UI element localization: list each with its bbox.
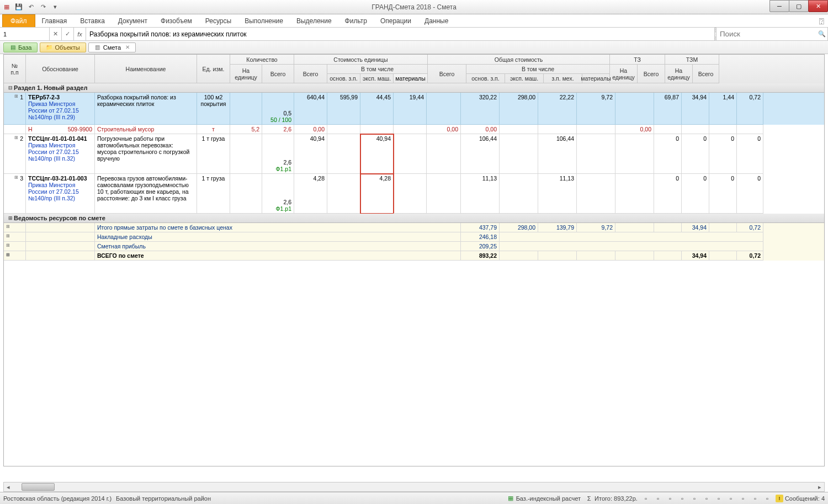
col-unit[interactable]: Ед. изм. <box>197 55 230 83</box>
undo-icon[interactable]: ↶ <box>26 3 35 12</box>
help-icon[interactable]: ⍰ <box>819 14 824 27</box>
col-cost-unit[interactable]: Стоимость единицы <box>294 55 428 65</box>
col-tz-t[interactable]: Всего <box>638 65 665 83</box>
expand-icon[interactable]: ⊞ <box>8 215 13 221</box>
tool-icon[interactable]: ▫ <box>678 495 686 502</box>
redo-icon[interactable]: ↷ <box>39 3 47 12</box>
ribbon-tab[interactable]: Операции <box>374 14 418 27</box>
tool-icon[interactable]: ▫ <box>751 495 759 502</box>
col-incl2[interactable]: В том числе <box>466 65 610 74</box>
search-icon[interactable]: 🔍 <box>816 28 828 40</box>
ribbon-tab[interactable]: Фильтр <box>338 14 374 27</box>
search-input[interactable] <box>716 28 816 40</box>
total-row[interactable]: ⊞ ВСЕГО по смете 893,22 34,94 0,72 <box>4 251 824 261</box>
table-row[interactable]: ⊞3 ТССЦпг-03-21-01-003Приказ Минстроя Ро… <box>4 174 824 214</box>
section-header[interactable]: ⊞ Ведомость ресурсов по смете <box>4 214 824 223</box>
cell <box>230 93 262 125</box>
col-qty-unit[interactable]: На единицу <box>230 65 262 83</box>
tool-icon[interactable]: ▫ <box>642 495 650 502</box>
tool-icon[interactable]: ▫ <box>727 495 735 502</box>
scroll-thumb[interactable] <box>22 483 55 491</box>
cell <box>230 174 262 214</box>
cell: ⊞ <box>4 251 26 261</box>
col-name[interactable]: Наименование <box>95 55 197 83</box>
col-ct-zpmex[interactable]: з.п. мех. <box>544 74 582 83</box>
tab-objects[interactable]: 📁 Объекты <box>40 43 86 52</box>
close-icon[interactable]: ✕ <box>125 44 130 50</box>
ribbon-tab[interactable]: Физобъем <box>154 14 199 27</box>
close-button[interactable]: ✕ <box>808 0 828 12</box>
minimize-button[interactable]: ─ <box>769 0 789 12</box>
table-row[interactable]: Н509-9900 Строительный мусор т 5,2 2,6 0… <box>4 125 824 134</box>
app-icon: ▦ <box>2 3 11 12</box>
tool-icon[interactable]: ▫ <box>691 495 698 502</box>
col-cu-mat[interactable]: материалы <box>394 74 428 83</box>
col-npp[interactable]: № п.п <box>4 55 26 83</box>
col-ct-eksp[interactable]: эксп. маш. <box>505 74 544 83</box>
col-cost-total[interactable]: Общая стоимость <box>428 55 610 65</box>
horizontal-scrollbar[interactable]: ◂ ▸ <box>3 482 825 492</box>
table-row[interactable]: ⊞1 ТЕРр57-2-3Приказ Минстроя России от 2… <box>4 93 824 125</box>
summary-row[interactable]: ⊞ Сметная прибыль 209,25 <box>4 242 824 251</box>
table-row[interactable]: ⊞2 ТССЦпг-01-01-01-041Приказ Минстроя Ро… <box>4 134 824 174</box>
col-ct-total[interactable]: Всего <box>428 65 466 83</box>
tab-smeta[interactable]: ▥ Смета ✕ <box>88 43 136 52</box>
col-tzm-u[interactable]: На единицу <box>665 65 693 83</box>
col-obos[interactable]: Обоснование <box>26 55 95 83</box>
ribbon-tab[interactable]: Выделение <box>290 14 338 27</box>
col-qty[interactable]: Количество <box>230 55 294 65</box>
file-tab[interactable]: Файл <box>2 14 35 27</box>
cell: 44,45 <box>360 93 394 125</box>
formula-accept-icon[interactable]: ✓ <box>62 28 74 40</box>
tool-icon[interactable]: ▫ <box>739 495 747 502</box>
col-incl[interactable]: В том числе <box>327 65 428 74</box>
col-tzm[interactable]: ТЗМ <box>665 55 719 65</box>
col-ct-mat[interactable]: материалы <box>582 74 610 83</box>
cell <box>577 125 615 134</box>
status-messages[interactable]: ! Сообщений: 4 <box>776 495 825 502</box>
col-qty-total[interactable]: Всего <box>262 65 294 83</box>
collapse-icon[interactable]: ⊟ <box>8 85 13 91</box>
qa-more-icon[interactable]: ▾ <box>51 3 60 12</box>
ribbon-tab[interactable]: Выполнение <box>238 14 290 27</box>
tool-icon[interactable]: ▫ <box>715 495 723 502</box>
col-ct-osn[interactable]: основ. з.п. <box>466 74 505 83</box>
scroll-left-icon[interactable]: ◂ <box>4 484 13 491</box>
tool-icon[interactable]: ▫ <box>763 495 771 502</box>
col-tz[interactable]: ТЗ <box>610 55 665 65</box>
tool-icon[interactable]: ▫ <box>666 495 674 502</box>
ribbon-tab[interactable]: Главная <box>35 14 74 27</box>
ribbon-tab[interactable]: Документ <box>112 14 154 27</box>
section-header[interactable]: ⊟ Раздел 1. Новый раздел <box>4 83 824 93</box>
name-box[interactable]: 1 <box>0 28 50 40</box>
ribbon-tab[interactable]: Вставка <box>73 14 112 27</box>
cell: ⊞ <box>4 232 26 242</box>
save-icon[interactable]: 💾 <box>14 3 23 12</box>
col-tz-u[interactable]: На единицу <box>610 65 638 83</box>
cell: 4,28 <box>294 174 327 214</box>
cell-unit: 1 т груза <box>197 174 230 214</box>
formula-cancel-icon[interactable]: ✕ <box>50 28 62 40</box>
scroll-right-icon[interactable]: ▸ <box>815 484 824 491</box>
col-osn[interactable]: основ. з.п. <box>327 74 360 83</box>
formula-input[interactable] <box>86 28 714 40</box>
status-calc-mode[interactable]: ▦ Баз.-индексный расчет <box>507 495 581 502</box>
tool-icon[interactable]: ▫ <box>654 495 662 502</box>
col-cu-total[interactable]: Всего <box>294 65 327 83</box>
cell <box>26 223 95 232</box>
fx-icon[interactable]: fx <box>74 28 86 40</box>
cell: 0,00 <box>615 125 654 134</box>
summary-row[interactable]: ⊞ Итого прямые затраты по смете в базисн… <box>4 223 824 232</box>
ribbon-tab[interactable]: Ресурсы <box>199 14 238 27</box>
col-tzm-t[interactable]: Всего <box>693 65 719 83</box>
ribbon-tab[interactable]: Данные <box>418 14 455 27</box>
cell <box>615 251 654 261</box>
tab-baza[interactable]: ▤ База <box>3 43 38 52</box>
cell: 0,72 <box>737 93 763 125</box>
summary-row[interactable]: ⊞ Накладные расходы 246,18 <box>4 232 824 242</box>
maximize-button[interactable]: ▢ <box>789 0 809 12</box>
tool-icon[interactable]: ▫ <box>703 495 710 502</box>
cell: 139,79 <box>538 223 577 232</box>
col-eksp[interactable]: эксп. маш. <box>360 74 394 83</box>
status-total[interactable]: Σ Итого: 893,22р. <box>585 495 638 502</box>
